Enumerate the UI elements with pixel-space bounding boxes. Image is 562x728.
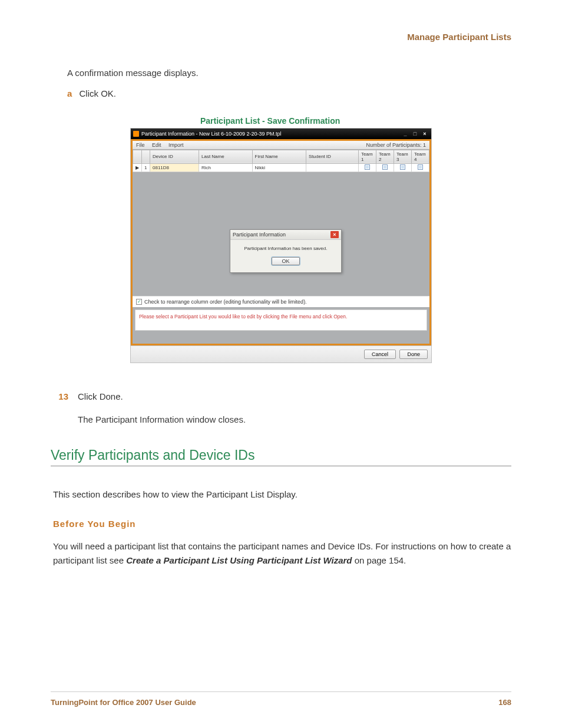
- col-last-name[interactable]: Last Name: [199, 150, 253, 163]
- table-header-row: Device ID Last Name First Name Student I…: [133, 150, 429, 163]
- before-you-begin-heading: Before You Begin: [53, 519, 511, 529]
- before-link[interactable]: Create a Participant List Using Particip…: [126, 555, 352, 565]
- window-controls: _ □ ×: [401, 131, 429, 137]
- cancel-button[interactable]: Cancel: [364, 350, 396, 359]
- footer-left: TurningPoint for Office 2007 User Guide: [51, 698, 196, 707]
- step-number: 13: [51, 391, 68, 401]
- save-dialog: Participant Information × Participant In…: [230, 229, 342, 273]
- menubar: File Edit Import Number of Participants:…: [133, 141, 429, 150]
- checkbox-icon[interactable]: [400, 164, 405, 170]
- menu-import[interactable]: Import: [168, 142, 184, 148]
- app-icon: [133, 131, 139, 137]
- page-footer: TurningPoint for Office 2007 User Guide …: [51, 691, 511, 707]
- col-device-id[interactable]: Device ID: [150, 150, 199, 163]
- substep-text: Click OK.: [80, 88, 117, 98]
- cell-team2[interactable]: [376, 163, 394, 172]
- section-intro: This section describes how to view the P…: [53, 487, 511, 501]
- rearrange-checkbox[interactable]: ✓: [136, 299, 142, 305]
- checkbox-icon[interactable]: [418, 164, 423, 170]
- substep-letter: a: [67, 88, 72, 98]
- rearrange-row: ✓ Check to rearrange column order (editi…: [133, 296, 429, 307]
- col-team4[interactable]: Team 4: [412, 150, 429, 163]
- step-13-after: The Participant Information window close…: [78, 413, 511, 427]
- footer-page-number: 168: [498, 698, 511, 707]
- row-number: 1: [142, 163, 150, 172]
- step-13: 13 Click Done.: [51, 391, 511, 401]
- figure-caption: Participant List - Save Confirmation: [200, 116, 511, 126]
- done-button[interactable]: Done: [399, 350, 428, 359]
- before-you-begin-text: You will need a participant list that co…: [53, 539, 511, 567]
- dialog-close-icon[interactable]: ×: [330, 231, 339, 238]
- close-icon[interactable]: ×: [421, 131, 429, 137]
- before-text-2: on page 154.: [352, 555, 406, 565]
- confirmation-text: A confirmation message displays.: [67, 67, 511, 80]
- cell-device-id[interactable]: 0811D8: [150, 163, 199, 172]
- table-row[interactable]: ▶ 1 0811D8 Rich Nikki: [133, 163, 429, 172]
- maximize-icon[interactable]: □: [411, 131, 419, 137]
- dialog-message: Participant Information has been saved.: [235, 246, 336, 251]
- col-first-name[interactable]: First Name: [252, 150, 306, 163]
- col-team2[interactable]: Team 2: [376, 150, 394, 163]
- col-blank1: [133, 150, 142, 163]
- row-pointer-icon: ▶: [133, 163, 142, 172]
- substep-a: a Click OK.: [67, 88, 511, 98]
- cell-first-name[interactable]: Nikki: [252, 163, 306, 172]
- dialog-footer: Cancel Done: [131, 345, 431, 363]
- menu-file[interactable]: File: [136, 142, 145, 148]
- screenshot-window: Participant Information - New List 6-10-…: [130, 128, 432, 363]
- cell-team3[interactable]: [394, 163, 412, 172]
- info-message: Please select a Participant List you wou…: [135, 309, 427, 331]
- col-team1[interactable]: Team 1: [359, 150, 376, 163]
- rearrange-label: Check to rearrange column order (editing…: [144, 299, 307, 305]
- checkbox-icon[interactable]: [382, 164, 388, 170]
- step-text: Click Done.: [78, 391, 123, 401]
- window-title: Participant Information - New List 6-10-…: [141, 131, 282, 137]
- cell-team4[interactable]: [412, 163, 429, 172]
- cell-student-id[interactable]: [306, 163, 359, 172]
- menu-edit[interactable]: Edit: [152, 142, 161, 148]
- col-student-id[interactable]: Student ID: [306, 150, 359, 163]
- section-heading: Verify Participants and Device IDs: [51, 447, 511, 466]
- cell-team1[interactable]: [359, 163, 376, 172]
- participant-table: Device ID Last Name First Name Student I…: [133, 150, 429, 172]
- col-blank2: [142, 150, 150, 163]
- participant-count: Number of Participants: 1: [366, 142, 426, 148]
- page-header-section: Manage Participant Lists: [51, 32, 511, 42]
- col-team3[interactable]: Team 3: [394, 150, 412, 163]
- titlebar: Participant Information - New List 6-10-…: [131, 129, 431, 139]
- checkbox-icon[interactable]: [365, 164, 370, 170]
- minimize-icon[interactable]: _: [401, 131, 409, 137]
- dialog-title: Participant Information: [233, 232, 286, 238]
- ok-button[interactable]: OK: [272, 257, 299, 265]
- cell-last-name[interactable]: Rich: [199, 163, 253, 172]
